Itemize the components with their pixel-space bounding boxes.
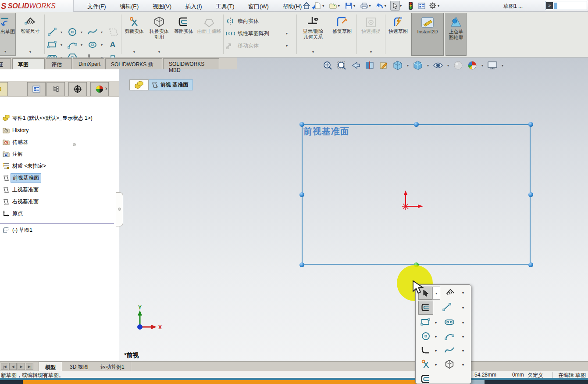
circle-tool-dropdown[interactable]: ▾: [79, 26, 84, 38]
ellipse-tool-button[interactable]: [86, 39, 99, 50]
view-settings-icon[interactable]: [486, 60, 499, 71]
tab-dimxpert-manager[interactable]: [68, 82, 87, 96]
tab-nav-last-button[interactable]: ▶|: [26, 363, 33, 370]
text-tool-button[interactable]: A: [106, 39, 119, 50]
menu-window[interactable]: 窗口(W): [242, 0, 275, 12]
smart-dimension-button[interactable]: 智能尺寸 ▾: [18, 13, 43, 56]
tree-item-top-plane[interactable]: 上视基准面: [3, 185, 39, 194]
print-dropdown[interactable]: ▾: [369, 4, 373, 8]
menu-file[interactable]: 文件(F): [81, 0, 112, 12]
tab-nav-prev-button[interactable]: ◀: [9, 363, 17, 370]
options-gear-icon[interactable]: [428, 1, 438, 11]
hide-show-dropdown[interactable]: ▾: [446, 64, 450, 68]
breadcrumb-part-icon[interactable]: [129, 79, 149, 90]
exit-sketch-dropdown[interactable]: ▾: [0, 49, 15, 54]
tab-dimxpert[interactable]: DimXpert: [73, 58, 104, 69]
tab-model[interactable]: 模型: [39, 362, 62, 371]
popup-convert-entities-button[interactable]: [443, 358, 456, 371]
popup-fillet-dropdown[interactable]: ▾: [435, 349, 437, 353]
ellipse-tool-dropdown[interactable]: ▾: [99, 39, 104, 50]
print-icon[interactable]: [359, 1, 369, 11]
tree-item-annotations[interactable]: A 注解: [3, 149, 23, 159]
previous-view-icon[interactable]: [349, 60, 362, 71]
offset-entities-button[interactable]: 等距实体: [173, 13, 195, 56]
relations-dropdown[interactable]: ▾: [298, 49, 328, 55]
rapid-sketch-button[interactable]: 快速草图: [387, 13, 410, 56]
arc-tool-button[interactable]: [66, 39, 79, 50]
display-delete-relations-button[interactable]: 显示/删除几何关系 ▾: [298, 13, 328, 56]
trim-entities-dropdown[interactable]: ▾: [123, 49, 146, 55]
shaded-contours-button[interactable]: 上色草图轮廓: [445, 13, 467, 56]
apply-scene-icon[interactable]: [466, 60, 478, 71]
sketch-origin[interactable]: [397, 189, 432, 215]
menu-tools[interactable]: 工具(T): [210, 0, 241, 12]
convert-entities-dropdown[interactable]: ▾: [147, 49, 171, 55]
rebuild-traffic-light-icon[interactable]: [406, 1, 415, 11]
spline-tool-dropdown[interactable]: ▾: [99, 26, 104, 38]
plane-handle-bottom-left[interactable]: [299, 262, 304, 267]
line-tool-button[interactable]: [46, 26, 59, 38]
move-entities-dropdown[interactable]: ▾: [284, 40, 289, 51]
tab-configurations[interactable]: [46, 82, 65, 96]
convert-entities-button[interactable]: 转换实体引用 ▾: [147, 13, 171, 56]
zoom-to-area-icon[interactable]: [335, 60, 348, 71]
menu-insert[interactable]: 插入(I): [179, 0, 208, 12]
plane-handle-right-mid[interactable]: [528, 192, 533, 197]
arc-tool-dropdown[interactable]: ▾: [79, 39, 84, 50]
select-cursor-icon[interactable]: [390, 1, 400, 11]
view-orientation-dropdown[interactable]: ▾: [406, 64, 410, 68]
plane-handle-top-mid[interactable]: [414, 122, 419, 127]
display-style-dropdown[interactable]: ▾: [426, 64, 430, 68]
popup-trim-button[interactable]: [419, 358, 432, 371]
linear-pattern-dropdown[interactable]: ▾: [284, 28, 289, 39]
instant2d-button[interactable]: Instant2D: [411, 13, 444, 56]
plane-handle-top-left[interactable]: [299, 122, 304, 127]
plane-handle-bottom-right[interactable]: [528, 262, 533, 267]
section-view-icon[interactable]: [363, 60, 376, 71]
popup-offset-entities-button[interactable]: [418, 301, 433, 315]
panel-flyout-handle[interactable]: [116, 192, 123, 226]
quick-snaps-dropdown[interactable]: ▾: [359, 49, 383, 55]
popup-line-dropdown[interactable]: ▾: [462, 306, 464, 310]
popup-spline-button[interactable]: [443, 344, 456, 357]
undo-dropdown[interactable]: ▾: [385, 4, 389, 8]
zoom-to-fit-icon[interactable]: [321, 60, 334, 71]
popup-spline-dropdown[interactable]: ▾: [462, 349, 464, 353]
tree-item-front-plane[interactable]: 前视基准面: [3, 173, 41, 183]
mirror-entities-row[interactable]: 镜向实体: [225, 15, 259, 27]
popup-circle-dropdown[interactable]: ▾: [435, 335, 437, 339]
display-style-icon[interactable]: [412, 60, 424, 71]
tab-feature-tree[interactable]: [0, 82, 8, 96]
new-file-icon[interactable]: [313, 1, 322, 11]
popup-select-dropdown[interactable]: ▾: [432, 287, 440, 300]
tree-item-origin[interactable]: 原点: [3, 208, 23, 218]
popup-rectangle-button[interactable]: [419, 316, 432, 329]
breadcrumb-plane-item[interactable]: 前视 基准面: [149, 79, 193, 90]
tab-nav-next-button[interactable]: ▶: [18, 363, 25, 370]
popup-convert-dropdown[interactable]: ▾: [462, 363, 464, 367]
tree-item-right-plane[interactable]: 右视基准面: [3, 197, 39, 206]
select-dropdown[interactable]: ▾: [400, 4, 404, 8]
tab-features[interactable]: 特征: [0, 58, 11, 69]
tab-mbd[interactable]: SOLIDWORKS MBD: [163, 58, 219, 69]
player-progress-track[interactable]: [0, 380, 588, 384]
tree-item-material[interactable]: 材质 <未指定>: [3, 161, 46, 171]
rectangle-tool-dropdown[interactable]: ▾: [59, 39, 64, 50]
tree-item-sensors[interactable]: 传感器: [3, 137, 28, 147]
search-input[interactable]: »: [545, 1, 587, 10]
properties-icon[interactable]: [417, 1, 427, 11]
circle-tool-button[interactable]: [66, 26, 79, 38]
popup-slot-button[interactable]: [443, 316, 456, 329]
tab-property-manager[interactable]: [27, 82, 46, 96]
repair-sketch-button[interactable]: 修复草图: [330, 13, 354, 56]
tab-evaluate[interactable]: 评估: [46, 58, 72, 69]
exit-sketch-button[interactable]: 退出草图 ▾: [0, 13, 16, 56]
smart-dimension-dropdown[interactable]: ▾: [18, 49, 43, 55]
linear-pattern-row[interactable]: 线性草图阵列: [225, 28, 269, 39]
undo-icon[interactable]: [375, 1, 385, 11]
new-file-dropdown[interactable]: ▾: [322, 4, 327, 8]
view-settings-dropdown[interactable]: ▾: [500, 64, 505, 68]
popup-circle-button[interactable]: [419, 330, 432, 343]
popup-fillet-button[interactable]: [419, 344, 432, 357]
tree-item-sketch1[interactable]: (-) 草图1: [3, 225, 32, 235]
